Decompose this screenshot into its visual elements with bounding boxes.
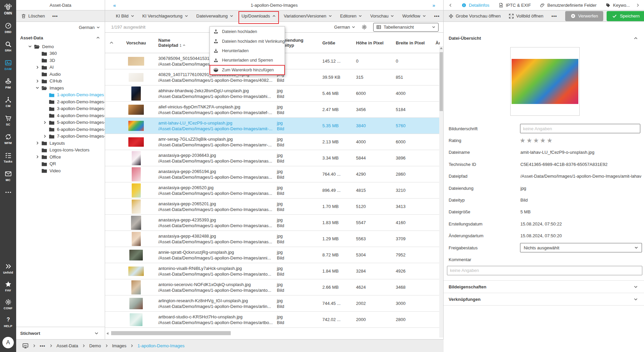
rail-item-pim[interactable]: PIM [0,78,16,89]
rail-item-help[interactable]: ?HELP [0,316,16,328]
action-vollbild-öffnen[interactable]: Vollbild öffnen [509,13,543,19]
save-button[interactable]: Speichern [607,11,644,21]
tab-iptc-exif[interactable]: IPTC & EXIF [498,3,531,8]
tree-item-audio[interactable]: Audio [16,71,105,78]
tree-item-6-apollon-demo-images-ve[interactable]: 6-apollon-Demo-Images-Ve [16,126,105,133]
horizontal-scrollbar[interactable] [105,330,440,337]
rail-item-dbd[interactable]: DBD [0,22,16,34]
breadcrumb-demo[interactable]: Demo [89,343,101,348]
left-more-button[interactable]: ••• [52,13,58,19]
detail-more-button[interactable]: ••• [551,13,557,19]
table-row-amr-serag-7glszz0qbik-unsplash-jpg[interactable]: amr-serag-7GLsZZ0qBIk-unsplash.jpg /Asse… [105,134,440,150]
tree-item-demo[interactable]: Demo [16,43,105,50]
rail-item-more[interactable] [0,189,16,197]
field-select-freigabestatus[interactable]: Nichts ausgewählt [520,243,642,252]
file-overview-section[interactable]: Datei-Übersicht [444,33,644,43]
tree-item-7-apollon-demo-images-du[interactable]: 7-apollon-Demo-Images-Du [16,133,105,140]
tree-item-cihub[interactable]: CIHub [16,78,105,85]
menu-item-zum-warenkorb-hinzufügen[interactable]: Zum Warenkorb hinzufügen [210,65,285,75]
tab-detailinfos[interactable]: Detailinfos [461,3,489,8]
collapse-tree-icon[interactable] [96,36,100,40]
table-row-antonino-visalli-rnibly7ahck-unsplash-jpg[interactable]: antonino-visalli-RNiBLy7aHck-unsplash.jp… [105,263,440,279]
table-row-annie-spratt-qckxruozjrg-unsplash-jpg[interactable]: annie-spratt-QckxruozjRg-unsplash.jpg /A… [105,247,440,263]
rail-item-dam[interactable]: DAM [0,59,16,71]
table-row-allef-vinicius-6ypomtnk2fa-unsplash-jpg[interactable]: allef-vinicius-6ypOmTNK2FA-unsplash.jpg … [105,102,440,118]
table-row-antonio-secerovic-nofdk1xoqkq-unsplash-jpg[interactable]: antonio-secerovic-NOFdK1xOqkQ-unsplash.j… [105,279,440,295]
tree-item-qr[interactable]: QR [16,161,105,168]
menu-item-dateien-hochladen[interactable]: Dateien hochladen [210,27,285,36]
breadcrumb-more[interactable]: ••• [40,343,45,348]
tree-item-4-apollon-demo-images-lic[interactable]: 4-apollon-Demo-Images-Lic [16,112,105,119]
keyword-section[interactable]: Stichwort [16,327,105,339]
breadcrumb-current[interactable]: 1-apollon-Demo-Images [137,343,184,348]
column-header-breite[interactable]: Breite in Pixel [392,40,431,45]
tabs-scroll-right-icon[interactable] [636,3,640,7]
toolbar-button-workflow[interactable]: Workflow [402,13,426,19]
table-row-amit-lahav-lu-fcezp9-o-unsplash-jpg[interactable]: amit-lahav-LU_fCezP9-o-unsplash.jpg /Ass… [105,118,440,134]
rail-item-fav[interactable]: FAV [0,281,16,292]
action-grobe-vorschau-öffnen[interactable]: Grobe Vorschau öffnen [448,13,501,19]
rail-item-wfm[interactable]: WFM [0,133,16,145]
menu-item-herunterladen[interactable]: Herunterladen [210,46,285,56]
scroll-left-arrow[interactable] [106,332,108,335]
column-header-groesse[interactable]: Größe [318,40,352,45]
table-row-abhinav-bhardwaj-2ekzj8smdgu-unsplash-jpg[interactable]: abhinav-bhardwaj-2ekzJ8smDgU-unsplash.jp… [105,85,440,102]
rail-item-cm[interactable]: CM [0,96,16,108]
table-row-arlington-research-kz8nhvg-tgi-unsplash-jpg[interactable]: arlington-research-Kz8nHVg_tGI-unsplash.… [105,295,440,312]
toolbar-button-dateiverwaltung[interactable]: Dateiverwaltung [196,13,233,19]
tree-item-video[interactable]: Video [16,167,105,174]
toolbar-button-up-downloads[interactable]: Up/Downloads [242,13,276,19]
tree-item-1-apollon-demo-images[interactable]: 1-apollon-Demo-Images [16,92,105,99]
rating-stars[interactable]: ★★★★★ [520,137,553,144]
toolbar-more-button[interactable]: ••• [434,13,440,19]
center-language-select[interactable]: German [334,25,355,30]
section-verknüpfungen[interactable]: Verknüpfungen [444,293,644,305]
table-row-anastasiya-gepp-4235393-jpg[interactable]: anastasiya-gepp-4235393.jpg /Asset-Data/… [105,215,440,231]
menu-item-herunterladen-und-sperren[interactable]: Herunterladen und Sperren [210,56,285,65]
rail-item-srh[interactable]: SRH [0,41,16,52]
rail-item-tasks[interactable]: Tasks [0,152,16,163]
breadcrumb-asset-data[interactable]: Asset-Data [57,343,78,348]
toolbar-button-variationen-versionen[interactable]: Variationen/Versionen [284,13,332,19]
vertical-scrollbar[interactable] [439,46,443,338]
rail-item-conf[interactable]: CONF [0,298,16,310]
toolbar-button-vorschau[interactable]: Vorschau [370,13,394,19]
gear-icon[interactable] [361,24,367,30]
table-row-artboard-studio-c-krshct7ho-unsplash-jpg[interactable]: artboard-studio-c-KRSHct7Ho-unsplash.jpg… [105,312,440,328]
tree-item-office[interactable]: Office [16,153,105,161]
column-header-hoehe[interactable]: Höhe in Pixel [352,40,392,45]
left-language-select[interactable]: German [79,25,100,30]
horizontal-scroll-thumb[interactable] [111,331,231,335]
menu-item-dateien-hochladen-mit-verlinkung[interactable]: Dateien hochladen mit Verlinkung [210,36,285,46]
tab-keywo[interactable]: Keywo... [606,3,630,8]
collapse-left-panel-icon[interactable]: « [113,2,116,8]
avatar[interactable]: A [2,337,14,348]
toolbar-button-ki-bild[interactable]: KI Bild [116,13,134,19]
table-row-anastasiya-gepp-206520-jpg[interactable]: anastasiya-gepp-206520.jpg /Asset-Data/D… [105,182,440,199]
vertical-scroll-thumb[interactable] [440,52,443,111]
tab-benutzerdefinierte-felder[interactable]: Benutzerdefinierte Felder [540,3,597,8]
tree-item-images[interactable]: Images [16,84,105,92]
table-row-anastasiya-gepp-2036643-jpg[interactable]: anastasiya-gepp-2036643.jpg /Asset-Data/… [105,150,440,166]
table-row-anastasiya-gepp-2065201-jpg[interactable]: anastasiya-gepp-2065201.jpg /Asset-Data/… [105,199,440,215]
column-header-aend[interactable]: Änd [431,40,440,45]
tree-item-ai[interactable]: AI [16,64,105,71]
tree-item-3-apollon-demo-images-ps[interactable]: 3-apollon-Demo-Images-PS [16,105,105,112]
rail-item-sc[interactable]: SC [0,115,16,126]
rail-item-unfold[interactable]: Unfold [0,263,16,274]
tree-item-3d[interactable]: 3D [16,57,105,64]
collapse-rows-icon[interactable] [109,40,114,45]
view-mode-select[interactable]: Tabellenansicht [373,23,439,32]
section-bildeigenschaften[interactable]: Bildeigenschaften [444,280,644,293]
preview-card[interactable] [510,47,580,116]
table-row-anastasiya-gepp-4382488-jpg[interactable]: anastasiya-gepp-4382488.jpg /Asset-Data/… [105,231,440,247]
tree-item-5-apollon-demo-images-va[interactable]: 5-apollon-Demo-Images-Va [16,119,105,126]
tree-item-2-apollon-demo-images-pa[interactable]: 2-apollon-Demo-Images-Pa [16,98,105,105]
tabs-scroll-left-icon[interactable] [448,3,453,7]
scroll-up-arrow[interactable] [440,47,443,49]
collapse-right-panel-icon[interactable]: » [432,2,435,8]
table-row-anastasiya-gepp-2065194-jpg[interactable]: anastasiya-gepp-2065194.jpg /Asset-Data/… [105,166,440,182]
field-input-bildunterschrift[interactable] [520,124,640,133]
breadcrumb-images[interactable]: Images [112,343,127,348]
toolbar-button-ki-verschlagwortung[interactable]: KI Verschlagwortung [142,13,188,19]
